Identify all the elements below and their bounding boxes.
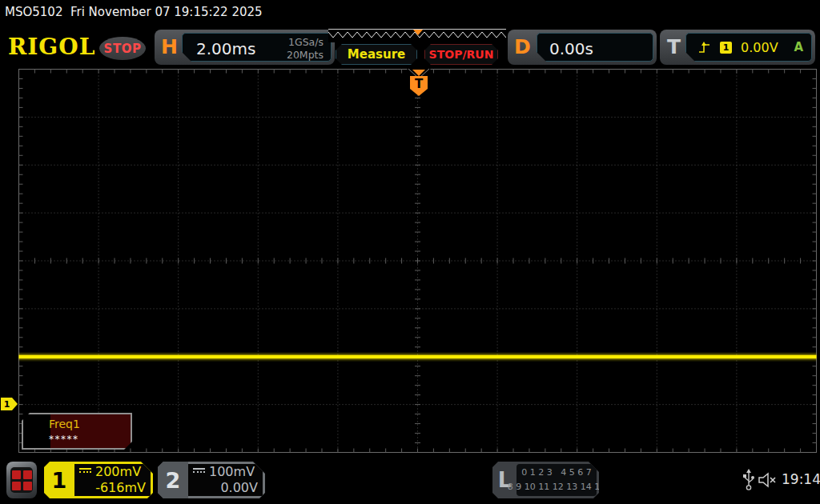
measurement-result-box[interactable]: Freq1 ***** <box>22 413 132 450</box>
timebase-value: 2.00ms <box>196 39 255 58</box>
delay-value: 0.00s <box>549 39 593 58</box>
channel2-badge[interactable]: 2 100mV 0.00V <box>158 462 265 498</box>
usb-device-icon <box>742 469 756 491</box>
run-state-badge: STOP <box>99 37 146 60</box>
oscilloscope-screen: MSO5102 Fri November 07 19:15:22 2025 RI… <box>0 0 820 504</box>
horizontal-timebase-control[interactable]: H 2.00ms 1GSa/s 20Mpts <box>155 30 335 65</box>
trigger-level-value: 0.00V <box>741 40 778 55</box>
sample-rate: 1GSa/s <box>287 36 324 49</box>
channel1-values: 200mV -616mV <box>74 464 151 496</box>
channel1-ground-marker[interactable]: 1 <box>1 398 18 410</box>
trigger-position-flag[interactable]: T <box>407 69 431 96</box>
trigger-panel: 1 0.00V A <box>685 33 812 62</box>
acquisition-rates: 1GSa/s 20Mpts <box>287 36 324 62</box>
rising-edge-icon <box>697 41 711 54</box>
dc-coupling-icon <box>193 468 205 476</box>
channel2-number: 2 <box>158 462 188 498</box>
trigger-control[interactable]: T 1 0.00V A <box>660 30 815 65</box>
channel2-values: 100mV 0.00V <box>188 464 263 496</box>
svg-text:1: 1 <box>4 399 10 410</box>
trigger-label: T <box>667 37 681 57</box>
logic-channel-list: 0 1 2 3 4 5 6 7 8 9 10 11 12 13 14 15 <box>517 464 597 496</box>
dc-coupling-icon <box>79 468 91 476</box>
rigol-logo: RIGOL <box>8 34 95 60</box>
channel1-offset: -616mV <box>95 480 146 496</box>
speaker-muted-icon <box>758 472 778 488</box>
grid-minor-ticks <box>19 70 817 453</box>
channel2-scale: 100mV <box>209 464 255 480</box>
system-clock: 19:14 <box>782 471 820 487</box>
waveform-preview-strip[interactable] <box>328 29 506 42</box>
memory-depth: 20Mpts <box>287 49 324 62</box>
preview-trigger-marker-icon[interactable] <box>413 30 423 35</box>
status-bar-title: MSO5102 Fri November 07 19:15:22 2025 <box>5 5 263 19</box>
channel1-badge[interactable]: 1 200mV -616mV <box>44 462 153 498</box>
trigger-source-badge: 1 <box>720 42 732 54</box>
logic-row-2: 8 9 10 11 12 13 14 15 <box>508 480 605 494</box>
channel1-number: 1 <box>44 462 74 498</box>
horizontal-panel: 2.00ms 1GSa/s 20Mpts <box>182 33 332 62</box>
measurement-name: Freq1 <box>49 418 80 430</box>
measure-button[interactable]: Measure <box>336 44 417 65</box>
delay-control[interactable]: D 0.00s <box>508 30 657 65</box>
horizontal-label: H <box>161 37 178 57</box>
channel2-offset: 0.00V <box>220 480 258 496</box>
logic-channels-badge[interactable]: L 0 1 2 3 4 5 6 7 8 9 10 11 12 13 14 15 <box>492 462 599 498</box>
graticule-display: T 1 <box>0 69 820 453</box>
menu-grid-button[interactable] <box>6 462 37 498</box>
svg-text:T: T <box>415 77 424 91</box>
stop-run-button[interactable]: STOP/RUN <box>424 44 498 65</box>
measurement-value: ***** <box>49 434 79 445</box>
delay-panel: 0.00s <box>537 33 653 62</box>
delay-label: D <box>514 37 531 57</box>
trigger-sweep-mode: A <box>794 40 803 54</box>
channel1-scale: 200mV <box>95 464 141 480</box>
four-red-squares-menu-icon <box>10 467 33 493</box>
logic-row-1: 0 1 2 3 4 5 6 7 <box>521 466 591 480</box>
